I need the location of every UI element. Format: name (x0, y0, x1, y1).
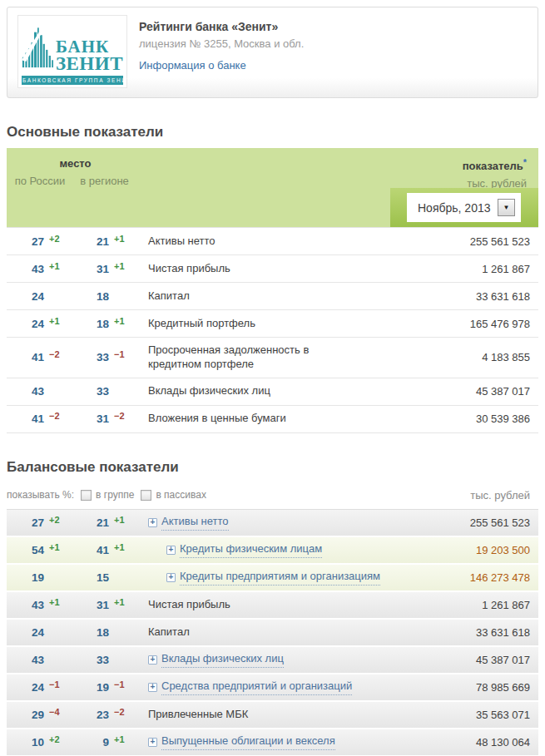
indicator-link[interactable]: Кредиты физическим лицам (180, 542, 322, 558)
indicator-name-cell: Капитал (136, 625, 430, 640)
rank-region-delta: +1 (109, 734, 136, 744)
rank-region-cell: 18 (65, 626, 136, 639)
table-row: 24 18 Капитал 33 631 618 (7, 620, 538, 645)
rank-russia-delta: −2 (44, 349, 65, 359)
main-table-header: место по России в регионе показатель* ты… (7, 148, 538, 227)
rank-russia: 29 (7, 709, 44, 721)
rank-russia-delta: −4 (44, 707, 65, 717)
rank-russia-delta: +1 (44, 261, 65, 271)
indicator-link[interactable]: Кредиты предприятиям и организациям (180, 570, 380, 586)
rank-russia-delta: +1 (44, 542, 65, 552)
indicator-footnote-asterisk: * (523, 157, 527, 167)
page-title: Рейтинги банка «Зенит» (139, 20, 304, 33)
indicator-link[interactable]: Активы нетто (161, 515, 229, 531)
indicator-value: 1 261 867 (430, 599, 538, 611)
rank-russia-cell: 24 (7, 626, 65, 639)
rank-region-cell: 18 +1 (65, 318, 136, 330)
rank-russia: 27 (7, 235, 44, 248)
indicator-link[interactable]: Вклады физических лиц (161, 652, 284, 668)
rank-region-delta: −1 (109, 679, 136, 689)
checkbox-in-liabilities[interactable] (141, 490, 151, 501)
expand-plus-icon[interactable] (148, 683, 157, 692)
indicator-name-cell: Кредиты физическим лицам (136, 542, 430, 558)
rank-region: 33 (65, 654, 109, 666)
rank-russia-cell: 41 −2 (7, 413, 65, 425)
rank-russia-cell: 24 (7, 290, 65, 303)
indicator-link: Капитал (148, 625, 190, 640)
rank-russia-cell: 10 +2 (7, 736, 65, 749)
bank-info-link[interactable]: Информация о банке (139, 59, 246, 72)
filter-label: показывать %: (7, 489, 74, 501)
expand-plus-icon[interactable] (148, 655, 157, 665)
rank-russia-cell: 54 +1 (7, 544, 65, 556)
bank-header-card: БАНК ЗЕНИТ БАНКОВСКАЯ ГРУППА ЗЕНИТ Рейти… (7, 7, 538, 98)
column-header-region: в регионе (69, 175, 140, 187)
rank-russia-delta: +1 (44, 316, 65, 326)
rank-russia: 41 (7, 413, 44, 425)
indicator-name-cell: Привлеченные МБК (136, 708, 430, 722)
rank-russia-cell: 43 (7, 654, 65, 666)
indicator-value: 78 985 669 (430, 681, 538, 694)
indicator-name: Кредитный портфель (136, 317, 430, 331)
indicator-value: 30 539 386 (430, 413, 538, 425)
expand-plus-icon[interactable] (166, 573, 176, 582)
indicator-name-cell: Чистая прибыль (136, 598, 430, 612)
rank-russia-cell: 41 −2 (7, 351, 65, 363)
rank-region: 15 (65, 571, 109, 584)
expand-plus-icon[interactable] (148, 738, 157, 747)
indicator-name-cell: Выпущенные облигации и векселя (136, 734, 430, 750)
rank-russia-delta: −2 (44, 411, 65, 421)
rank-region-cell: 21 +1 (65, 235, 136, 248)
table-row: 27 +2 21 +1 Активы нетто 255 561 523 (7, 510, 538, 536)
percent-filter-row: показывать %: в группе в пассивах тыс. р… (7, 489, 538, 502)
rank-russia-cell: 27 +2 (7, 516, 65, 529)
checkbox-in-group[interactable] (81, 490, 92, 501)
indicator-link[interactable]: Средства предприятий и организаций (161, 679, 352, 695)
rank-region-delta: −2 (109, 411, 136, 421)
rank-region: 9 (65, 736, 109, 749)
indicator-name: Просроченная задолженность в кредитном п… (136, 343, 430, 372)
indicator-value: 48 130 064 (430, 736, 538, 749)
bank-logo-wordmark: БАНК ЗЕНИТ (56, 39, 123, 72)
rank-russia: 43 (7, 599, 44, 611)
rank-region-delta: +1 (109, 316, 136, 326)
expand-plus-icon[interactable] (148, 518, 157, 527)
indicator-value: 45 387 017 (430, 385, 538, 398)
rank-region-cell: 31 +1 (65, 599, 136, 611)
indicator-link[interactable]: Выпущенные облигации и векселя (161, 734, 335, 750)
rank-region: 31 (65, 263, 109, 275)
indicator-value: 35 563 071 (430, 709, 538, 721)
dropdown-arrow-icon[interactable] (498, 199, 515, 216)
rank-region: 18 (65, 318, 109, 330)
indicator-name-cell: Активы нетто (136, 515, 430, 531)
period-panel: Ноябрь, 2013 (390, 188, 538, 227)
table-row: 24 −1 19 −1 Средства предприятий и орган… (7, 674, 538, 700)
period-select[interactable]: Ноябрь, 2013 (407, 193, 521, 222)
rank-russia: 24 (7, 681, 44, 694)
rank-region-cell: 31 +1 (65, 263, 136, 275)
rank-russia-cell: 24 +1 (7, 318, 65, 330)
indicator-name-cell: Кредиты предприятиям и организациям (136, 570, 430, 586)
logo-word-zenit: ЗЕНИТ (56, 55, 123, 72)
logo-word-bank: БАНК (56, 39, 123, 55)
balance-unit-label: тыс. рублей (470, 489, 538, 502)
rank-region-cell: 31 −2 (65, 413, 136, 425)
rank-region-delta: −2 (109, 707, 136, 717)
bank-building-icon (22, 25, 54, 73)
expand-plus-icon[interactable] (166, 546, 176, 555)
rank-russia-cell: 27 +2 (7, 235, 65, 248)
indicator-name: Активы нетто (136, 235, 430, 249)
rank-russia: 27 (7, 516, 44, 529)
table-row: 43 33 Вклады физических лиц 45 387 017 (7, 378, 538, 406)
table-row: 24 +1 18 +1 Кредитный портфель 165 476 9… (7, 310, 538, 338)
page: БАНК ЗЕНИТ БАНКОВСКАЯ ГРУППА ЗЕНИТ Рейти… (0, 7, 545, 755)
rank-russia: 24 (7, 290, 44, 303)
rank-region: 23 (65, 709, 109, 721)
indicator-name-cell: Средства предприятий и организаций (136, 679, 430, 695)
balance-indicators-table: 27 +2 21 +1 Активы нетто 255 561 523 54 … (7, 509, 538, 755)
indicator-value: 19 203 500 (430, 544, 538, 556)
rank-russia: 43 (7, 263, 44, 275)
main-indicators-heading: Основные показатели (7, 124, 538, 141)
rank-region: 19 (65, 681, 109, 694)
indicator-value: 165 476 978 (430, 318, 538, 330)
